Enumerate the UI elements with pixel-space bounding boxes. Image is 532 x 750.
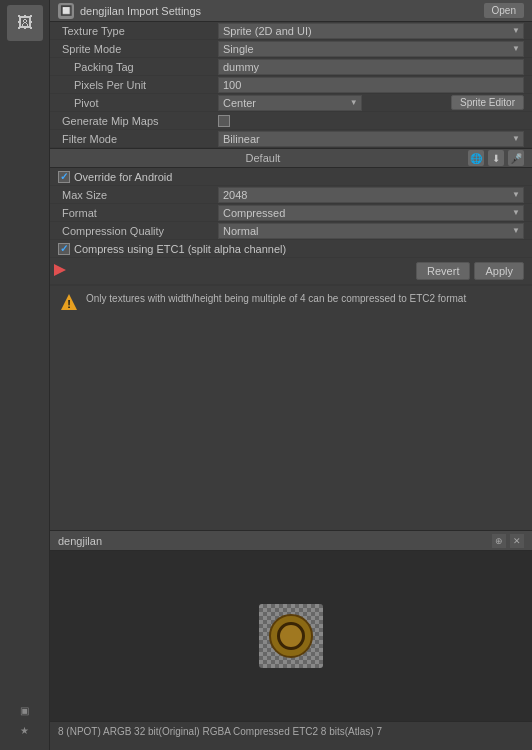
format-row: Format Compressed (50, 204, 532, 222)
compress-etc1-checkbox[interactable] (58, 243, 70, 255)
generate-mip-maps-label: Generate Mip Maps (58, 115, 218, 127)
preview-expand-btn[interactable]: ⊕ (492, 534, 506, 548)
download-icon[interactable]: ⬇ (488, 150, 504, 166)
sprite-inner (277, 622, 305, 650)
compression-quality-label: Compression Quality (58, 225, 218, 237)
generate-mip-maps-checkbox[interactable] (218, 115, 230, 127)
preview-canvas (50, 551, 532, 721)
sprite-mode-row: Sprite Mode Single (50, 40, 532, 58)
warning-icon: ! (60, 293, 78, 311)
sprite-preview (269, 614, 313, 658)
inspector-panel: Texture Type Sprite (2D and UI) Sprite M… (50, 22, 532, 317)
override-android-row: Override for Android (50, 168, 532, 186)
compression-quality-row: Compression Quality Normal (50, 222, 532, 240)
filter-mode-label: Filter Mode (58, 133, 218, 145)
sprite-mode-dropdown[interactable]: Single (218, 41, 524, 57)
svg-marker-0 (54, 264, 66, 276)
revert-button[interactable]: Revert (416, 262, 470, 280)
max-size-dropdown[interactable]: 2048 (218, 187, 524, 203)
generate-mip-maps-row: Generate Mip Maps (50, 112, 532, 130)
platform-icons: 🌐 ⬇ 🎤 (468, 150, 524, 166)
import-settings-header: 🔲 dengjilan Import Settings Open (50, 0, 532, 22)
sprite-editor-button[interactable]: Sprite Editor (451, 95, 524, 110)
globe-icon[interactable]: 🌐 (468, 150, 484, 166)
apply-button[interactable]: Apply (474, 262, 524, 280)
texture-type-row: Texture Type Sprite (2D and UI) (50, 22, 532, 40)
filter-mode-dropdown[interactable]: Bilinear (218, 131, 524, 147)
sidebar: 🖼 ▣ ★ (0, 0, 50, 750)
packing-tag-input[interactable]: dummy (218, 59, 524, 75)
file-icon: 🔲 (58, 3, 74, 19)
format-dropdown[interactable]: Compressed (218, 205, 524, 221)
filter-mode-row: Filter Mode Bilinear (50, 130, 532, 148)
override-android-label: Override for Android (74, 171, 172, 183)
default-bar: Default 🌐 ⬇ 🎤 (50, 148, 532, 168)
format-label: Format (58, 207, 218, 219)
preview-close-btn[interactable]: ✕ (510, 534, 524, 548)
buttons-row: Revert Apply (50, 258, 532, 285)
open-button[interactable]: Open (484, 3, 524, 18)
pixels-per-unit-row: Pixels Per Unit 100 (50, 76, 532, 94)
pixels-per-unit-label: Pixels Per Unit (58, 79, 218, 91)
texture-type-dropdown[interactable]: Sprite (2D and UI) (218, 23, 524, 39)
warning-text: Only textures with width/height being mu… (86, 292, 466, 306)
status-bar: 8 (NPOT) ARGB 32 bit(Original) RGBA Comp… (50, 721, 532, 741)
max-size-label: Max Size (58, 189, 218, 201)
packing-tag-label: Packing Tag (58, 61, 218, 73)
sidebar-bottom-icon1[interactable]: ▣ (15, 700, 35, 720)
status-text: 8 (NPOT) ARGB 32 bit(Original) RGBA Comp… (58, 726, 382, 737)
warning-box: ! Only textures with width/height being … (50, 285, 532, 317)
svg-text:!: ! (67, 298, 71, 310)
override-android-checkbox[interactable] (58, 171, 70, 183)
compress-etc1-row: Compress using ETC1 (split alpha channel… (50, 240, 532, 258)
default-label: Default (58, 152, 468, 164)
sidebar-icon-top[interactable]: 🖼 (7, 5, 43, 41)
compress-etc1-label: Compress using ETC1 (split alpha channel… (74, 243, 286, 255)
arrow-indicator (54, 264, 74, 278)
pivot-row: Pivot Center Sprite Editor (50, 94, 532, 112)
sprite-mode-label: Sprite Mode (58, 43, 218, 55)
sidebar-top-icon: 🖼 (17, 14, 33, 32)
preview-header: dengjilan ⊕ ✕ (50, 531, 532, 551)
sidebar-bottom-icon2[interactable]: ★ (15, 720, 35, 740)
packing-tag-row: Packing Tag dummy (50, 58, 532, 76)
file-icon-symbol: 🔲 (60, 5, 72, 16)
compression-quality-dropdown[interactable]: Normal (218, 223, 524, 239)
preview-image-container (259, 604, 323, 668)
preview-section: dengjilan ⊕ ✕ 8 (NPOT) ARGB 32 bit(Origi… (50, 530, 532, 750)
override-android-container: Override for Android (58, 171, 172, 183)
pivot-label: Pivot (58, 97, 218, 109)
compress-etc1-container: Compress using ETC1 (split alpha channel… (58, 243, 286, 255)
mic-icon[interactable]: 🎤 (508, 150, 524, 166)
pixels-per-unit-input[interactable]: 100 (218, 77, 524, 93)
preview-controls: ⊕ ✕ (492, 534, 524, 548)
preview-title: dengjilan (58, 535, 492, 547)
header-title: dengjilan Import Settings (80, 5, 484, 17)
pivot-dropdown[interactable]: Center (218, 95, 362, 111)
max-size-row: Max Size 2048 (50, 186, 532, 204)
texture-type-label: Texture Type (58, 25, 218, 37)
